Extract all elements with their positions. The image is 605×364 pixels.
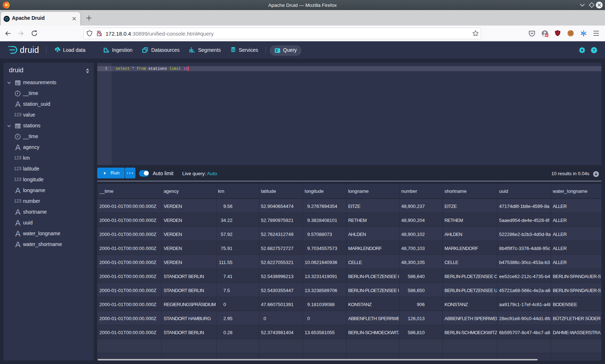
svg-text:?: ?	[593, 48, 595, 53]
